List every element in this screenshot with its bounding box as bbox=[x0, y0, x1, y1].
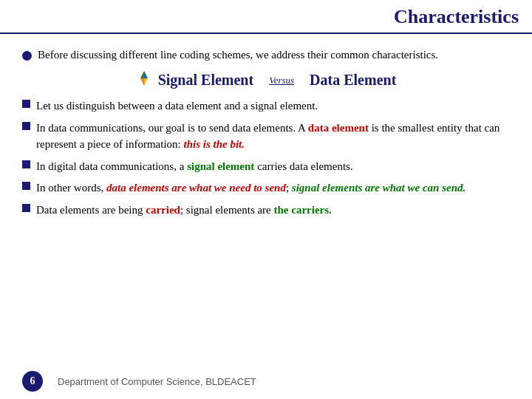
bullet-item-2: In data communications, our goal is to s… bbox=[22, 120, 510, 153]
bullet-icon-4 bbox=[22, 182, 30, 190]
signal-elements-can-send: signal elements are what we can send. bbox=[292, 182, 466, 194]
bullet-item-4: In other words, data elements are what w… bbox=[22, 180, 510, 197]
carriers-highlight: the carriers. bbox=[274, 204, 332, 216]
svg-marker-1 bbox=[144, 71, 148, 78]
heading-signal-element: Signal Element bbox=[158, 72, 253, 89]
intro-bullet-icon bbox=[22, 51, 32, 61]
bullet-icon-1 bbox=[22, 100, 30, 108]
this-is-bit-highlight: this is the bit. bbox=[184, 138, 245, 150]
bullet-icon-2 bbox=[22, 122, 30, 130]
intro-text: Before discussing different line coding … bbox=[38, 49, 438, 61]
footer-department: Department of Computer Science, BLDEACET bbox=[58, 376, 256, 387]
svg-marker-2 bbox=[140, 78, 144, 86]
bullet-icon-3 bbox=[22, 160, 30, 168]
data-elements-need-to-send: data elements are what we need to send bbox=[106, 182, 286, 194]
heading-arrow-icon bbox=[136, 70, 152, 90]
bullet-item-3: In digital data communications, a signal… bbox=[22, 158, 510, 175]
main-content: Before discussing different line coding … bbox=[0, 34, 532, 231]
page-number: 6 bbox=[22, 371, 43, 392]
bullet-text-1: Let us distinguish between a data elemen… bbox=[36, 98, 510, 115]
svg-marker-3 bbox=[144, 78, 148, 86]
intro-bullet: Before discussing different line coding … bbox=[22, 49, 510, 61]
heading-versus: Versus bbox=[269, 75, 294, 86]
heading-data-element: Data Element bbox=[310, 72, 396, 89]
bullet-item-1: Let us distinguish between a data elemen… bbox=[22, 98, 510, 115]
carried-highlight: carried bbox=[146, 204, 180, 216]
bullet-item-5: Data elements are being carried; signal … bbox=[22, 202, 510, 219]
signal-element-highlight: signal element bbox=[187, 160, 254, 172]
bullet-text-5: Data elements are being carried; signal … bbox=[36, 202, 510, 219]
bullet-text-4: In other words, data elements are what w… bbox=[36, 180, 510, 197]
footer: 6 Department of Computer Science, BLDEAC… bbox=[0, 371, 532, 392]
data-element-highlight: data element bbox=[308, 122, 369, 134]
bullet-text-2: In data communications, our goal is to s… bbox=[36, 120, 510, 153]
svg-marker-0 bbox=[140, 71, 144, 78]
bullet-icon-5 bbox=[22, 204, 30, 212]
section-heading: Signal Element Versus Data Element bbox=[22, 70, 510, 90]
page-title: Characteristics bbox=[0, 0, 532, 34]
bullet-text-3: In digital data communications, a signal… bbox=[36, 158, 510, 175]
